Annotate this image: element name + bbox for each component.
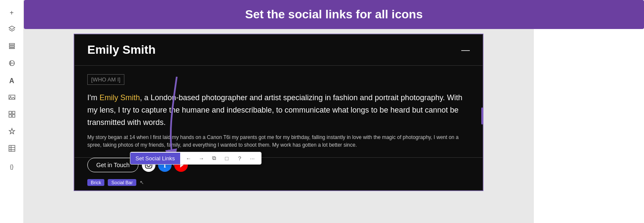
components-button[interactable] xyxy=(4,56,20,72)
link-tooltip: Set Social Links ← → ⧉ □ ? ··· xyxy=(130,152,262,165)
canvas-area: Desktop (Primary) Emily Smith — [WHO AM … xyxy=(24,0,533,223)
bio-prefix: I'm xyxy=(87,93,99,102)
table-button[interactable] xyxy=(4,142,20,157)
bio-text: I'm Emily Smith, a London-based photogra… xyxy=(87,92,470,128)
svg-rect-11 xyxy=(9,145,15,151)
grid-icon xyxy=(8,110,16,120)
svg-rect-1 xyxy=(9,46,14,47)
svg-point-6 xyxy=(10,96,11,97)
typography-button[interactable]: A xyxy=(4,73,20,89)
typography-icon: A xyxy=(9,77,14,85)
back-button[interactable]: ← xyxy=(183,152,195,164)
social-bar-tag: Social Bar xyxy=(108,179,136,186)
bottom-section: Get in Touch xyxy=(75,157,483,190)
annotation-banner: Set the social links for all icons xyxy=(24,0,644,29)
copy-button[interactable]: ⧉ xyxy=(208,152,220,164)
image-button[interactable] xyxy=(4,90,20,106)
svg-rect-9 xyxy=(9,115,12,117)
grid-button[interactable] xyxy=(4,107,20,123)
more-button[interactable]: ··· xyxy=(247,152,259,164)
interactions-icon xyxy=(8,127,16,137)
svg-rect-2 xyxy=(9,48,14,49)
set-social-links-button[interactable]: Set Social Links xyxy=(130,153,180,164)
table-icon xyxy=(8,145,16,154)
code-button[interactable]: {} xyxy=(4,159,20,174)
interactions-button[interactable] xyxy=(4,125,20,140)
preview-header: Emily Smith — xyxy=(75,35,483,66)
pages-icon xyxy=(8,42,16,52)
section-label: [WHO AM I] xyxy=(87,74,124,85)
svg-rect-0 xyxy=(9,43,14,45)
layers-icon xyxy=(8,25,16,35)
site-title: Emily Smith xyxy=(87,43,155,57)
main-area: Set the social links for all icons Deskt… xyxy=(24,0,644,223)
layers-button[interactable] xyxy=(4,22,20,38)
pages-button[interactable] xyxy=(4,39,20,55)
svg-rect-8 xyxy=(12,111,15,114)
bio-name: Emily Smith xyxy=(99,93,140,102)
image-icon xyxy=(8,93,16,103)
components-icon xyxy=(8,59,16,69)
help-button[interactable]: ? xyxy=(234,152,246,164)
comment-button[interactable]: □ xyxy=(221,152,233,164)
add-button[interactable]: + xyxy=(4,5,20,20)
add-icon: + xyxy=(10,9,14,17)
website-preview: Emily Smith — [WHO AM I] I'm Emily Smith… xyxy=(74,34,483,191)
svg-rect-7 xyxy=(9,111,12,114)
code-icon: {} xyxy=(10,163,14,170)
brick-tag: Brick xyxy=(87,179,104,186)
cursor-indicator: ↖ xyxy=(140,180,144,185)
resize-handle-right[interactable] xyxy=(481,107,483,125)
right-panel xyxy=(533,0,644,223)
left-sidebar: + A xyxy=(0,0,24,223)
story-text: My story began at 14 when I first laid m… xyxy=(87,133,470,149)
tooltip-actions: ← → ⧉ □ ? ··· xyxy=(180,152,261,164)
svg-rect-10 xyxy=(12,115,15,117)
bio-suffix: , a London-based photographer and artist… xyxy=(87,93,463,127)
forward-button[interactable]: → xyxy=(196,152,207,164)
hamburger-icon[interactable]: — xyxy=(461,45,470,55)
annotation-text: Set the social links for all icons xyxy=(245,8,423,21)
preview-content: [WHO AM I] I'm Emily Smith, a London-bas… xyxy=(75,66,483,157)
